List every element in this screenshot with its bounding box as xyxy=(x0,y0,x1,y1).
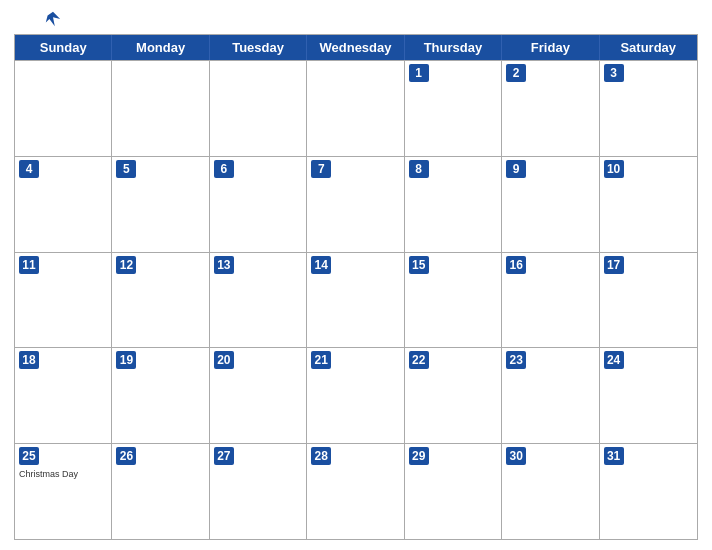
day-number xyxy=(214,64,234,82)
cal-cell: 1 xyxy=(405,61,502,156)
cal-cell: 7 xyxy=(307,157,404,252)
day-number: 1 xyxy=(409,64,429,82)
day-number: 28 xyxy=(311,447,331,465)
day-number: 26 xyxy=(116,447,136,465)
logo xyxy=(14,10,94,28)
week-row-4: 18192021222324 xyxy=(15,347,697,443)
day-number: 5 xyxy=(116,160,136,178)
day-number: 16 xyxy=(506,256,526,274)
day-number xyxy=(311,64,331,82)
cal-cell xyxy=(15,61,112,156)
cal-cell: 17 xyxy=(600,253,697,348)
cal-cell: 27 xyxy=(210,444,307,539)
day-number: 31 xyxy=(604,447,624,465)
cal-cell: 6 xyxy=(210,157,307,252)
cal-cell: 13 xyxy=(210,253,307,348)
calendar: SundayMondayTuesdayWednesdayThursdayFrid… xyxy=(14,34,698,540)
day-number xyxy=(116,64,136,82)
cal-cell: 28 xyxy=(307,444,404,539)
cal-cell: 29 xyxy=(405,444,502,539)
day-number: 9 xyxy=(506,160,526,178)
day-number: 17 xyxy=(604,256,624,274)
week-row-1: 123 xyxy=(15,60,697,156)
day-header-thursday: Thursday xyxy=(405,35,502,60)
week-row-3: 11121314151617 xyxy=(15,252,697,348)
day-number: 4 xyxy=(19,160,39,178)
calendar-page: SundayMondayTuesdayWednesdayThursdayFrid… xyxy=(0,0,712,550)
day-number: 15 xyxy=(409,256,429,274)
day-number: 3 xyxy=(604,64,624,82)
cal-cell xyxy=(112,61,209,156)
day-number: 2 xyxy=(506,64,526,82)
cal-cell: 30 xyxy=(502,444,599,539)
day-header-tuesday: Tuesday xyxy=(210,35,307,60)
cal-cell: 18 xyxy=(15,348,112,443)
day-number: 24 xyxy=(604,351,624,369)
day-header-friday: Friday xyxy=(502,35,599,60)
calendar-header-row: SundayMondayTuesdayWednesdayThursdayFrid… xyxy=(15,35,697,60)
day-number: 25 xyxy=(19,447,39,465)
day-number: 8 xyxy=(409,160,429,178)
day-number: 10 xyxy=(604,160,624,178)
cal-cell xyxy=(210,61,307,156)
svg-marker-0 xyxy=(46,12,60,26)
day-number: 29 xyxy=(409,447,429,465)
cal-cell: 9 xyxy=(502,157,599,252)
cal-cell xyxy=(307,61,404,156)
day-number: 30 xyxy=(506,447,526,465)
cal-cell: 14 xyxy=(307,253,404,348)
day-number: 18 xyxy=(19,351,39,369)
cal-cell: 20 xyxy=(210,348,307,443)
cal-cell: 24 xyxy=(600,348,697,443)
calendar-body: 1234567891011121314151617181920212223242… xyxy=(15,60,697,539)
cal-cell: 22 xyxy=(405,348,502,443)
cal-cell: 4 xyxy=(15,157,112,252)
header xyxy=(14,10,698,28)
cal-cell: 31 xyxy=(600,444,697,539)
cal-cell: 23 xyxy=(502,348,599,443)
cal-cell: 15 xyxy=(405,253,502,348)
day-number: 19 xyxy=(116,351,136,369)
holiday-label: Christmas Day xyxy=(19,469,107,479)
day-number: 22 xyxy=(409,351,429,369)
day-number: 27 xyxy=(214,447,234,465)
day-header-saturday: Saturday xyxy=(600,35,697,60)
cal-cell: 16 xyxy=(502,253,599,348)
day-number: 14 xyxy=(311,256,331,274)
week-row-2: 45678910 xyxy=(15,156,697,252)
cal-cell: 5 xyxy=(112,157,209,252)
week-row-5: 25Christmas Day262728293031 xyxy=(15,443,697,539)
day-number: 6 xyxy=(214,160,234,178)
cal-cell: 10 xyxy=(600,157,697,252)
cal-cell: 21 xyxy=(307,348,404,443)
day-number: 23 xyxy=(506,351,526,369)
day-number: 20 xyxy=(214,351,234,369)
day-number xyxy=(19,64,39,82)
day-number: 12 xyxy=(116,256,136,274)
cal-cell: 8 xyxy=(405,157,502,252)
logo-bird-icon xyxy=(44,10,62,28)
day-number: 21 xyxy=(311,351,331,369)
cal-cell: 3 xyxy=(600,61,697,156)
cal-cell: 19 xyxy=(112,348,209,443)
day-number: 13 xyxy=(214,256,234,274)
cal-cell: 2 xyxy=(502,61,599,156)
cal-cell: 12 xyxy=(112,253,209,348)
day-number: 11 xyxy=(19,256,39,274)
logo-blue xyxy=(44,10,64,28)
day-header-wednesday: Wednesday xyxy=(307,35,404,60)
day-header-sunday: Sunday xyxy=(15,35,112,60)
cal-cell: 11 xyxy=(15,253,112,348)
cal-cell: 25Christmas Day xyxy=(15,444,112,539)
cal-cell: 26 xyxy=(112,444,209,539)
day-number: 7 xyxy=(311,160,331,178)
day-header-monday: Monday xyxy=(112,35,209,60)
